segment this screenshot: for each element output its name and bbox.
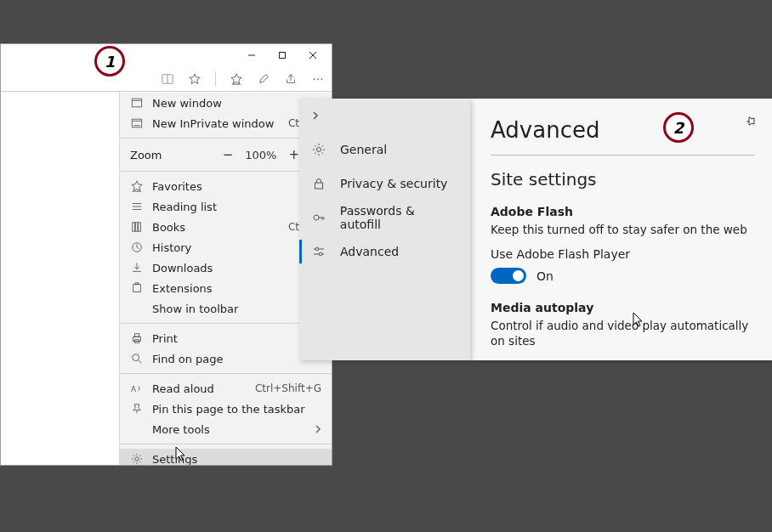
read-aloud-icon: A — [130, 382, 144, 394]
notes-icon[interactable] — [257, 73, 270, 85]
menu-pin-taskbar[interactable]: Pin this page to the taskbar — [120, 399, 332, 419]
settings-sidebar: General Privacy & security Passwords & a… — [299, 99, 470, 360]
zoom-label: Zoom — [130, 149, 214, 161]
svg-line-29 — [139, 360, 142, 364]
svg-rect-10 — [132, 99, 141, 107]
separator — [120, 444, 332, 444]
menu-read-aloud[interactable]: A Read aloud Ctrl+Shift+G — [120, 378, 332, 399]
download-icon — [130, 262, 144, 274]
svg-rect-1 — [280, 53, 286, 59]
settings-item-privacy[interactable]: Privacy & security — [299, 167, 470, 201]
share-icon[interactable] — [284, 73, 298, 85]
settings-item-passwords[interactable]: Passwords & autofill — [299, 201, 470, 235]
settings-label: General — [340, 143, 387, 156]
window-icon — [130, 97, 144, 109]
advanced-settings-pane: Advanced Site settings Adobe Flash Keep … — [470, 99, 772, 360]
callout-1: 1 — [94, 46, 125, 76]
maximize-button[interactable] — [267, 44, 298, 66]
toggle-knob — [513, 270, 524, 281]
menu-more-tools[interactable]: More tools — [120, 419, 332, 439]
svg-point-9 — [321, 78, 323, 80]
settings-item-advanced[interactable]: Advanced — [299, 235, 470, 269]
svg-point-39 — [319, 252, 322, 256]
svg-point-35 — [314, 215, 319, 220]
reading-list-icon — [130, 201, 144, 212]
chevron-right-icon — [315, 424, 321, 434]
titlebar — [1, 44, 332, 66]
menu-label: Find on page — [152, 353, 321, 365]
svg-rect-19 — [133, 223, 135, 232]
svg-point-31 — [135, 457, 139, 461]
media-autoplay-label: Media autoplay — [491, 301, 755, 314]
advanced-title: Advanced — [491, 117, 755, 143]
settings-label: Privacy & security — [340, 177, 447, 190]
svg-rect-34 — [315, 183, 323, 189]
settings-label: Advanced — [340, 245, 399, 258]
menu-label: Pin this page to the taskbar — [152, 403, 321, 416]
callout-number: 2 — [673, 119, 684, 137]
toggle-state: On — [536, 269, 553, 283]
svg-rect-21 — [139, 223, 141, 232]
toolbar — [1, 66, 332, 92]
favorites-hub-icon[interactable] — [230, 73, 243, 85]
extensions-icon — [130, 282, 144, 294]
gear-icon — [311, 143, 326, 156]
menu-label: History — [152, 241, 321, 254]
menu-label: Show in toolbar — [130, 303, 321, 315]
pin-pane-button[interactable] — [745, 116, 758, 129]
flash-toggle[interactable]: On — [491, 268, 755, 284]
callout-2: 2 — [663, 112, 694, 143]
inprivate-icon — [130, 117, 144, 129]
sliders-icon — [311, 245, 326, 258]
print-icon — [130, 332, 144, 344]
menu-label: Downloads — [152, 262, 321, 274]
star-icon — [130, 180, 144, 192]
page-content — [1, 93, 119, 465]
svg-point-8 — [317, 78, 319, 80]
favorite-star-icon[interactable] — [188, 73, 202, 85]
menu-label: Books — [152, 221, 280, 234]
search-icon — [130, 353, 144, 365]
use-flash-label: Use Adobe Flash Player — [491, 247, 755, 261]
settings-item-general[interactable]: General — [299, 133, 470, 167]
zoom-out-button[interactable]: − — [223, 147, 234, 162]
close-button[interactable] — [298, 44, 328, 66]
svg-rect-20 — [135, 223, 138, 232]
zoom-value: 100% — [245, 149, 276, 161]
svg-rect-23 — [133, 285, 141, 292]
pin-icon — [130, 403, 144, 415]
svg-text:A: A — [131, 385, 136, 393]
books-icon — [130, 221, 144, 233]
more-menu-icon[interactable] — [311, 73, 325, 85]
menu-label: New window — [152, 97, 321, 110]
toggle-track — [491, 268, 526, 284]
settings-back-button[interactable] — [299, 99, 470, 133]
menu-label: Settings — [152, 453, 321, 466]
menu-label: Extensions — [152, 282, 321, 295]
media-autoplay-desc: Control if audio and video play automati… — [491, 318, 755, 348]
menu-label: Reading list — [152, 201, 321, 213]
svg-point-38 — [315, 247, 319, 251]
key-icon — [311, 211, 326, 224]
menu-settings[interactable]: Settings — [120, 449, 332, 465]
lock-icon — [311, 177, 326, 190]
menu-label: More tools — [130, 423, 321, 436]
menu-label: New InPrivate window — [152, 117, 280, 130]
browser-window: New window New InPrivate window Ctrl+S Z… — [0, 43, 332, 466]
gear-icon — [130, 453, 144, 465]
separator — [120, 373, 332, 374]
settings-label: Passwords & autofill — [340, 204, 458, 231]
reading-view-icon[interactable] — [161, 73, 174, 85]
menu-label: Favorites — [152, 180, 321, 193]
history-icon — [130, 241, 144, 253]
separator — [215, 71, 216, 87]
zoom-in-button[interactable]: + — [288, 147, 299, 162]
adobe-flash-desc: Keep this turned off to stay safer on th… — [491, 222, 755, 237]
menu-label: Read aloud — [152, 382, 247, 395]
svg-rect-26 — [134, 334, 139, 337]
svg-point-28 — [133, 354, 139, 361]
minimize-button[interactable] — [236, 44, 267, 66]
menu-label: Print — [152, 332, 321, 345]
svg-rect-24 — [135, 283, 139, 285]
callout-number: 1 — [105, 53, 116, 71]
